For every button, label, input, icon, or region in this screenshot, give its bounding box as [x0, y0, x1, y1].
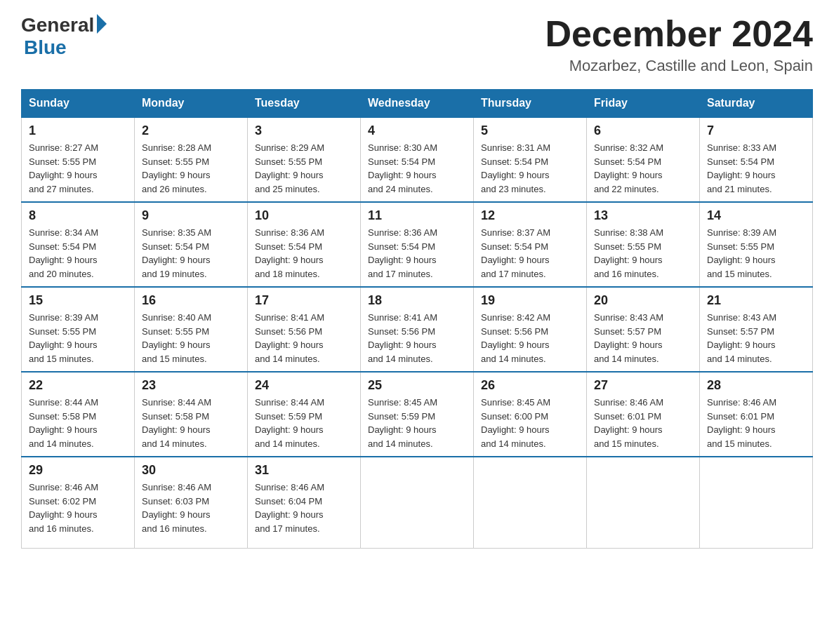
calendar-cell: 14 Sunrise: 8:39 AM Sunset: 5:55 PM Dayl…	[700, 202, 813, 287]
day-info: Sunrise: 8:41 AM Sunset: 5:56 PM Dayligh…	[368, 311, 466, 365]
day-info: Sunrise: 8:46 AM Sunset: 6:03 PM Dayligh…	[142, 481, 240, 535]
calendar-cell	[587, 457, 700, 548]
calendar-table: SundayMondayTuesdayWednesdayThursdayFrid…	[21, 89, 813, 549]
calendar-week-row: 8 Sunrise: 8:34 AM Sunset: 5:54 PM Dayli…	[22, 202, 813, 287]
day-info: Sunrise: 8:43 AM Sunset: 5:57 PM Dayligh…	[594, 311, 692, 365]
day-number: 1	[29, 123, 127, 138]
day-number: 22	[29, 378, 127, 393]
calendar-cell: 31 Sunrise: 8:46 AM Sunset: 6:04 PM Dayl…	[248, 457, 361, 548]
day-number: 7	[707, 123, 805, 138]
day-number: 26	[481, 378, 579, 393]
calendar-cell: 19 Sunrise: 8:42 AM Sunset: 5:56 PM Dayl…	[474, 287, 587, 372]
header-thursday: Thursday	[474, 90, 587, 118]
calendar-cell: 10 Sunrise: 8:36 AM Sunset: 5:54 PM Dayl…	[248, 202, 361, 287]
calendar-cell: 9 Sunrise: 8:35 AM Sunset: 5:54 PM Dayli…	[135, 202, 248, 287]
header-sunday: Sunday	[22, 90, 135, 118]
calendar-cell: 23 Sunrise: 8:44 AM Sunset: 5:58 PM Dayl…	[135, 372, 248, 457]
day-number: 30	[142, 463, 240, 478]
day-info: Sunrise: 8:36 AM Sunset: 5:54 PM Dayligh…	[255, 226, 353, 281]
day-number: 23	[142, 378, 240, 393]
calendar-cell: 28 Sunrise: 8:46 AM Sunset: 6:01 PM Dayl…	[700, 372, 813, 457]
calendar-cell: 11 Sunrise: 8:36 AM Sunset: 5:54 PM Dayl…	[361, 202, 474, 287]
day-info: Sunrise: 8:32 AM Sunset: 5:54 PM Dayligh…	[594, 141, 692, 196]
day-number: 25	[368, 378, 466, 393]
calendar-cell: 17 Sunrise: 8:41 AM Sunset: 5:56 PM Dayl…	[248, 287, 361, 372]
day-info: Sunrise: 8:46 AM Sunset: 6:02 PM Dayligh…	[29, 481, 127, 535]
day-number: 15	[29, 293, 127, 308]
header-saturday: Saturday	[700, 90, 813, 118]
day-number: 27	[594, 378, 692, 393]
day-info: Sunrise: 8:38 AM Sunset: 5:55 PM Dayligh…	[594, 226, 692, 281]
day-info: Sunrise: 8:43 AM Sunset: 5:57 PM Dayligh…	[707, 311, 805, 365]
calendar-week-row: 22 Sunrise: 8:44 AM Sunset: 5:58 PM Dayl…	[22, 372, 813, 457]
header-monday: Monday	[135, 90, 248, 118]
calendar-cell: 12 Sunrise: 8:37 AM Sunset: 5:54 PM Dayl…	[474, 202, 587, 287]
header-tuesday: Tuesday	[248, 90, 361, 118]
day-info: Sunrise: 8:29 AM Sunset: 5:55 PM Dayligh…	[255, 141, 353, 196]
calendar-cell: 24 Sunrise: 8:44 AM Sunset: 5:59 PM Dayl…	[248, 372, 361, 457]
calendar-cell: 18 Sunrise: 8:41 AM Sunset: 5:56 PM Dayl…	[361, 287, 474, 372]
calendar-cell: 26 Sunrise: 8:45 AM Sunset: 6:00 PM Dayl…	[474, 372, 587, 457]
day-info: Sunrise: 8:39 AM Sunset: 5:55 PM Dayligh…	[29, 311, 127, 365]
day-number: 20	[594, 293, 692, 308]
calendar-cell: 21 Sunrise: 8:43 AM Sunset: 5:57 PM Dayl…	[700, 287, 813, 372]
day-info: Sunrise: 8:34 AM Sunset: 5:54 PM Dayligh…	[29, 226, 127, 281]
day-number: 8	[29, 208, 127, 223]
header-wednesday: Wednesday	[361, 90, 474, 118]
day-info: Sunrise: 8:39 AM Sunset: 5:55 PM Dayligh…	[707, 226, 805, 281]
day-info: Sunrise: 8:44 AM Sunset: 5:58 PM Dayligh…	[142, 396, 240, 450]
calendar-cell: 2 Sunrise: 8:28 AM Sunset: 5:55 PM Dayli…	[135, 117, 248, 202]
calendar-cell: 5 Sunrise: 8:31 AM Sunset: 5:54 PM Dayli…	[474, 117, 587, 202]
calendar-cell: 8 Sunrise: 8:34 AM Sunset: 5:54 PM Dayli…	[22, 202, 135, 287]
location-subtitle: Mozarbez, Castille and Leon, Spain	[545, 57, 813, 75]
calendar-cell: 1 Sunrise: 8:27 AM Sunset: 5:55 PM Dayli…	[22, 117, 135, 202]
day-number: 5	[481, 123, 579, 138]
day-number: 4	[368, 123, 466, 138]
calendar-week-row: 29 Sunrise: 8:46 AM Sunset: 6:02 PM Dayl…	[22, 457, 813, 548]
calendar-cell: 30 Sunrise: 8:46 AM Sunset: 6:03 PM Dayl…	[135, 457, 248, 548]
calendar-cell: 20 Sunrise: 8:43 AM Sunset: 5:57 PM Dayl…	[587, 287, 700, 372]
day-number: 11	[368, 208, 466, 223]
day-info: Sunrise: 8:33 AM Sunset: 5:54 PM Dayligh…	[707, 141, 805, 196]
calendar-cell	[361, 457, 474, 548]
day-info: Sunrise: 8:27 AM Sunset: 5:55 PM Dayligh…	[29, 141, 127, 196]
day-number: 21	[707, 293, 805, 308]
day-info: Sunrise: 8:46 AM Sunset: 6:01 PM Dayligh…	[594, 396, 692, 450]
day-number: 17	[255, 293, 353, 308]
day-info: Sunrise: 8:35 AM Sunset: 5:54 PM Dayligh…	[142, 226, 240, 281]
day-info: Sunrise: 8:37 AM Sunset: 5:54 PM Dayligh…	[481, 226, 579, 281]
logo: General Blue	[21, 14, 107, 59]
day-info: Sunrise: 8:36 AM Sunset: 5:54 PM Dayligh…	[368, 226, 466, 281]
calendar-cell: 25 Sunrise: 8:45 AM Sunset: 5:59 PM Dayl…	[361, 372, 474, 457]
calendar-week-row: 15 Sunrise: 8:39 AM Sunset: 5:55 PM Dayl…	[22, 287, 813, 372]
day-number: 6	[594, 123, 692, 138]
day-number: 12	[481, 208, 579, 223]
page-header: General Blue December 2024 Mozarbez, Cas…	[21, 14, 813, 75]
day-info: Sunrise: 8:46 AM Sunset: 6:04 PM Dayligh…	[255, 481, 353, 535]
calendar-cell: 27 Sunrise: 8:46 AM Sunset: 6:01 PM Dayl…	[587, 372, 700, 457]
calendar-header-row: SundayMondayTuesdayWednesdayThursdayFrid…	[22, 90, 813, 118]
day-number: 9	[142, 208, 240, 223]
calendar-cell: 16 Sunrise: 8:40 AM Sunset: 5:55 PM Dayl…	[135, 287, 248, 372]
day-number: 31	[255, 463, 353, 478]
calendar-week-row: 1 Sunrise: 8:27 AM Sunset: 5:55 PM Dayli…	[22, 117, 813, 202]
day-info: Sunrise: 8:46 AM Sunset: 6:01 PM Dayligh…	[707, 396, 805, 450]
day-number: 16	[142, 293, 240, 308]
day-number: 29	[29, 463, 127, 478]
calendar-cell	[700, 457, 813, 548]
day-info: Sunrise: 8:28 AM Sunset: 5:55 PM Dayligh…	[142, 141, 240, 196]
calendar-cell: 4 Sunrise: 8:30 AM Sunset: 5:54 PM Dayli…	[361, 117, 474, 202]
day-number: 10	[255, 208, 353, 223]
calendar-cell: 13 Sunrise: 8:38 AM Sunset: 5:55 PM Dayl…	[587, 202, 700, 287]
calendar-cell: 29 Sunrise: 8:46 AM Sunset: 6:02 PM Dayl…	[22, 457, 135, 548]
day-number: 3	[255, 123, 353, 138]
month-title: December 2024	[545, 14, 813, 54]
day-info: Sunrise: 8:45 AM Sunset: 6:00 PM Dayligh…	[481, 396, 579, 450]
day-number: 2	[142, 123, 240, 138]
logo-arrow-icon	[97, 14, 107, 34]
day-number: 13	[594, 208, 692, 223]
calendar-cell: 22 Sunrise: 8:44 AM Sunset: 5:58 PM Dayl…	[22, 372, 135, 457]
day-number: 14	[707, 208, 805, 223]
day-info: Sunrise: 8:41 AM Sunset: 5:56 PM Dayligh…	[255, 311, 353, 365]
day-info: Sunrise: 8:40 AM Sunset: 5:55 PM Dayligh…	[142, 311, 240, 365]
